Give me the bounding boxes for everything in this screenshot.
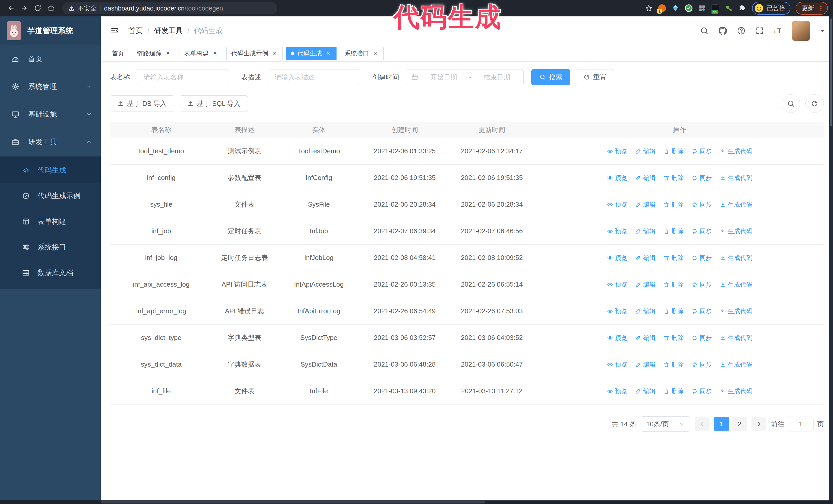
action-edit[interactable]: 编辑 (635, 360, 656, 369)
action-delete[interactable]: 删除 (663, 174, 684, 182)
action-download[interactable]: 生成代码 (720, 254, 753, 262)
action-eye[interactable]: 预览 (607, 360, 627, 369)
extension-orange-icon[interactable]: 1 (656, 2, 668, 14)
action-download[interactable]: 生成代码 (720, 200, 753, 209)
help-icon[interactable] (737, 26, 746, 35)
action-edit[interactable]: 编辑 (635, 174, 656, 182)
prev-page-button[interactable] (695, 417, 710, 431)
tab-close-icon[interactable]: × (212, 50, 218, 57)
action-sync[interactable]: 同步 (691, 334, 712, 342)
action-sync[interactable]: 同步 (691, 281, 712, 289)
table-name-input[interactable] (137, 69, 229, 85)
action-sync[interactable]: 同步 (691, 174, 712, 182)
reload-icon[interactable] (32, 2, 44, 14)
toggle-search-button[interactable] (782, 94, 800, 113)
sidebar-item-1[interactable]: 系统管理 (0, 73, 101, 100)
home-icon[interactable] (45, 2, 57, 14)
page-size-select[interactable]: 10条/页 (641, 416, 690, 432)
tab-1[interactable]: 链路追踪× (132, 47, 176, 60)
sidebar-subitem-0[interactable]: 代码生成 (0, 158, 101, 183)
action-eye[interactable]: 预览 (607, 147, 627, 155)
import-db-button[interactable]: 基于 DB 导入 (110, 95, 174, 112)
action-eye[interactable]: 预览 (607, 174, 627, 182)
search-button[interactable]: 搜索 (531, 69, 570, 85)
browser-update-button[interactable]: 更新 (795, 2, 828, 15)
sidebar-item-0[interactable]: 首页 (0, 45, 101, 73)
tab-close-icon[interactable]: × (372, 50, 379, 57)
action-edit[interactable]: 编辑 (635, 387, 656, 395)
sidebar-item-3[interactable]: 研发工具 (0, 128, 101, 156)
action-sync[interactable]: 同步 (691, 360, 712, 369)
action-download[interactable]: 生成代码 (720, 387, 753, 395)
action-delete[interactable]: 删除 (663, 227, 684, 235)
action-delete[interactable]: 删除 (663, 334, 684, 342)
avatar-caret-down-icon[interactable] (819, 27, 826, 34)
action-edit[interactable]: 编辑 (635, 334, 656, 342)
tab-3[interactable]: 代码生成示例× (226, 47, 283, 60)
action-eye[interactable]: 预览 (607, 307, 627, 315)
breadcrumb-item[interactable]: 研发工具 (154, 26, 183, 35)
action-sync[interactable]: 同步 (691, 387, 712, 395)
action-download[interactable]: 生成代码 (720, 227, 753, 235)
action-download[interactable]: 生成代码 (720, 334, 753, 342)
action-download[interactable]: 生成代码 (720, 360, 753, 369)
page-button-1[interactable]: 1 (714, 417, 729, 431)
action-delete[interactable]: 删除 (663, 387, 684, 395)
horizontal-scrollbar[interactable] (0, 500, 833, 504)
reset-button[interactable]: 重置 (576, 69, 614, 85)
tab-0[interactable]: 首页 (107, 47, 129, 60)
extension-gem-icon[interactable] (669, 2, 681, 14)
action-delete[interactable]: 删除 (663, 360, 684, 369)
action-delete[interactable]: 删除 (663, 254, 684, 262)
action-edit[interactable]: 编辑 (635, 281, 656, 289)
fullscreen-icon[interactable] (755, 26, 764, 35)
import-sql-button[interactable]: 基于 SQL 导入 (180, 95, 248, 112)
tab-4[interactable]: 代码生成× (286, 47, 336, 60)
action-edit[interactable]: 编辑 (635, 147, 656, 155)
page-button-2[interactable]: 2 (732, 417, 747, 431)
action-download[interactable]: 生成代码 (720, 147, 753, 155)
tab-2[interactable]: 表单构建× (179, 47, 223, 60)
tab-5[interactable]: 系统接口× (340, 47, 384, 60)
back-icon[interactable] (5, 2, 17, 14)
extensions-puzzle-icon[interactable] (736, 2, 748, 14)
github-icon[interactable] (718, 26, 728, 35)
table-desc-input[interactable] (268, 69, 360, 85)
menu-fold-icon[interactable] (110, 26, 120, 36)
action-eye[interactable]: 预览 (607, 200, 627, 209)
date-range-picker[interactable]: 开始日期 - 结束日期 (406, 69, 524, 85)
sidebar-subitem-2[interactable]: 表单构建 (0, 209, 101, 234)
address-bar[interactable]: 不安全 dashboard.yudao.iocoder.cn/tool/code… (62, 2, 277, 14)
scrollbar-thumb[interactable] (830, 19, 832, 126)
extension-green-check-icon[interactable] (683, 2, 695, 14)
scrollbar-thumb[interactable] (101, 501, 485, 503)
action-edit[interactable]: 编辑 (635, 254, 656, 262)
extension-dark-icon[interactable]: on (710, 2, 721, 14)
action-sync[interactable]: 同步 (691, 254, 712, 262)
action-edit[interactable]: 编辑 (635, 307, 656, 315)
next-page-button[interactable] (752, 417, 766, 431)
action-delete[interactable]: 删除 (663, 200, 684, 209)
action-download[interactable]: 生成代码 (720, 174, 753, 182)
action-delete[interactable]: 删除 (663, 307, 684, 315)
action-sync[interactable]: 同步 (691, 200, 712, 209)
action-edit[interactable]: 编辑 (635, 200, 656, 209)
action-eye[interactable]: 预览 (607, 387, 627, 395)
action-eye[interactable]: 预览 (607, 227, 627, 235)
action-eye[interactable]: 预览 (607, 281, 627, 289)
font-size-icon[interactable]: tT (774, 26, 783, 35)
vertical-scrollbar[interactable] (829, 17, 833, 500)
header-search-icon[interactable] (700, 26, 709, 35)
breadcrumb-item[interactable]: 首页 (128, 26, 143, 35)
action-edit[interactable]: 编辑 (635, 227, 656, 235)
sidebar-subitem-3[interactable]: 系统接口 (0, 234, 101, 260)
action-eye[interactable]: 预览 (607, 254, 627, 262)
action-eye[interactable]: 预览 (607, 334, 627, 342)
goto-page-input[interactable] (788, 416, 813, 431)
action-delete[interactable]: 删除 (663, 147, 684, 155)
security-label[interactable]: 不安全 (68, 4, 97, 13)
extension-key-icon[interactable] (723, 2, 735, 14)
bookmark-star-icon[interactable] (643, 2, 654, 14)
forward-icon[interactable] (19, 2, 30, 14)
browser-profile-chip[interactable]: 已暂停 (752, 2, 790, 15)
